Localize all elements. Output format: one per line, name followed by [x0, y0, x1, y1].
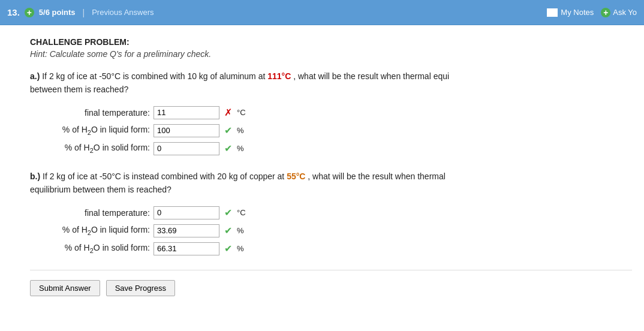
part-a-text2: , what will be the result when thermal e…	[293, 71, 449, 81]
input-liquid-a[interactable]	[154, 124, 219, 137]
part-a-block: a.) If 2 kg of ice at -50°C is combined …	[30, 70, 632, 155]
ask-you-label: Ask Yo	[613, 8, 637, 17]
unit-temp-a: °C	[237, 108, 246, 117]
part-b-field-solid: % of H2O in solid form: ✔ %	[30, 242, 632, 255]
part-b-field-liquid: % of H2O in liquid form: ✔ %	[30, 224, 632, 237]
part-b-continuation: equilibrium between them is reached?	[30, 185, 171, 194]
header-bar: 13. + 5/6 points | Previous Answers My N…	[0, 0, 644, 25]
part-a-label: a.)	[30, 71, 40, 81]
my-notes-button[interactable]: My Notes	[547, 8, 594, 17]
input-temp-b[interactable]	[154, 206, 219, 219]
question-number: 13.	[7, 7, 20, 17]
unit-solid-a: %	[237, 144, 244, 153]
check-icon-solid-a: ✔	[224, 143, 232, 154]
points-text: 5/6 points	[39, 8, 76, 17]
part-a-field-temp: final temperature: ✗ °C	[30, 106, 632, 119]
field-label-solid-a: % of H2O in solid form:	[30, 143, 150, 154]
field-label-liquid-a: % of H2O in liquid form:	[30, 125, 150, 136]
unit-solid-b: %	[237, 244, 244, 253]
submit-answer-button[interactable]: Submit Answer	[30, 280, 100, 296]
separator: |	[83, 8, 85, 17]
part-a-question: a.) If 2 kg of ice at -50°C is combined …	[30, 70, 632, 97]
points-badge: 5/6 points	[39, 8, 76, 17]
field-label-temp-b: final temperature:	[30, 208, 150, 218]
unit-temp-b: °C	[237, 208, 246, 217]
plus-icon: +	[25, 8, 34, 17]
part-a-text1: If 2 kg of ice at -50°C is combined with…	[42, 71, 267, 81]
field-label-temp-a: final temperature:	[30, 108, 150, 118]
part-b-block: b.) If 2 kg of ice at -50°C is instead c…	[30, 170, 632, 255]
field-label-solid-b: % of H2O in solid form:	[30, 243, 150, 254]
challenge-title: CHALLENGE PROBLEM:	[30, 37, 632, 47]
input-solid-a[interactable]	[154, 142, 219, 155]
check-icon-liquid-b: ✔	[224, 225, 232, 236]
divider	[30, 270, 632, 270]
my-notes-label: My Notes	[561, 8, 594, 17]
notes-icon	[547, 8, 558, 17]
cross-icon-temp-a: ✗	[224, 107, 232, 118]
input-liquid-b[interactable]	[154, 224, 219, 237]
check-icon-liquid-a: ✔	[224, 125, 232, 136]
part-b-field-temp: final temperature: ✔ °C	[30, 206, 632, 219]
part-a-field-solid: % of H2O in solid form: ✔ %	[30, 142, 632, 155]
input-solid-b[interactable]	[154, 242, 219, 255]
check-icon-solid-b: ✔	[224, 243, 232, 254]
part-b-text2: , what will be the result when thermal	[308, 171, 446, 181]
part-b-question: b.) If 2 kg of ice at -50°C is instead c…	[30, 170, 632, 197]
part-b-text1: If 2 kg of ice at -50°C is instead combi…	[43, 171, 287, 181]
part-a-highlight-temp: 111°C	[267, 71, 291, 81]
unit-liquid-a: %	[237, 126, 244, 135]
ask-plus-icon: +	[601, 8, 610, 17]
part-b-highlight-temp: 55°C	[287, 171, 305, 181]
input-temp-a[interactable]	[154, 106, 219, 119]
previous-answers-link[interactable]: Previous Answers	[92, 8, 154, 17]
content-area: CHALLENGE PROBLEM: Hint: Calculate some …	[0, 25, 644, 308]
unit-liquid-b: %	[237, 226, 244, 235]
header-left: 13. + 5/6 points | Previous Answers	[7, 7, 547, 17]
part-b-label: b.)	[30, 171, 40, 181]
buttons-row: Submit Answer Save Progress	[30, 280, 632, 296]
part-a-continuation: between them is reached?	[30, 85, 128, 94]
ask-you-button[interactable]: + Ask Yo	[601, 8, 637, 17]
hint-text: Hint: Calculate some Q's for a prelimina…	[30, 49, 632, 59]
part-a-field-liquid: % of H2O in liquid form: ✔ %	[30, 124, 632, 137]
field-label-liquid-b: % of H2O in liquid form:	[30, 225, 150, 236]
save-progress-button[interactable]: Save Progress	[106, 280, 175, 296]
check-icon-temp-b: ✔	[224, 207, 232, 218]
header-right: My Notes + Ask Yo	[547, 8, 637, 17]
